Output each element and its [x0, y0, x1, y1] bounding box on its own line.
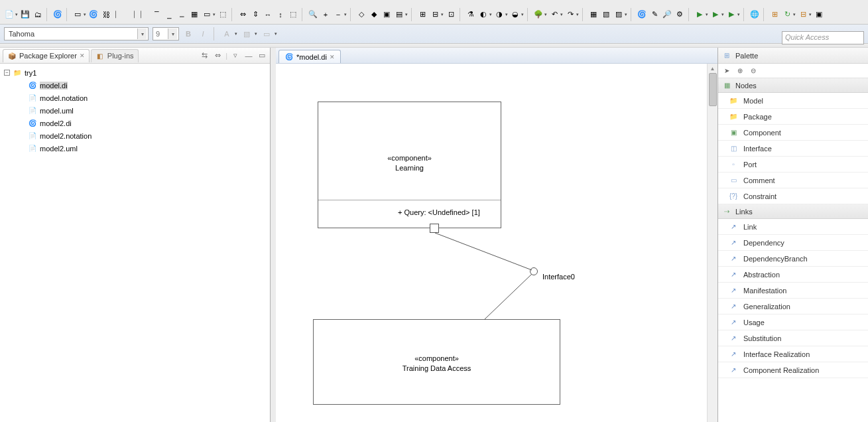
- component-learning[interactable]: «component» Learning + Query: <Undefined…: [318, 102, 501, 228]
- tree-root[interactable]: − 📁 try1: [4, 66, 266, 79]
- palette-node-item[interactable]: ▫Port: [718, 157, 868, 173]
- back-icon[interactable]: ↶: [549, 9, 560, 20]
- align-center-icon[interactable]: ⎹: [126, 9, 137, 20]
- papyrus3-icon[interactable]: 🌀: [637, 9, 647, 20]
- globe-icon[interactable]: 🌐: [749, 9, 760, 20]
- palette-link-item[interactable]: ↗DependencyBranch: [718, 251, 868, 267]
- zoom-in-icon[interactable]: +: [320, 9, 331, 20]
- palette-link-item[interactable]: ↗Usage: [718, 315, 868, 330]
- new-class-icon[interactable]: ⊞: [769, 9, 780, 20]
- blocks-icon[interactable]: ▦: [588, 9, 599, 20]
- gear-icon[interactable]: ⚙: [674, 9, 685, 20]
- tree-file[interactable]: 📄model2.notation: [4, 129, 266, 142]
- save-icon[interactable]: 💾: [20, 9, 31, 20]
- same-w-icon[interactable]: ↔: [263, 9, 273, 20]
- zoom-out-icon[interactable]: ⊖: [749, 66, 758, 76]
- editor-tab-model[interactable]: 🌀 *model.di ✕: [279, 50, 341, 63]
- palette-link-item[interactable]: ↗Generalization: [718, 299, 868, 315]
- palette-link-item[interactable]: ↗Manifestation: [718, 283, 868, 299]
- cursor-icon[interactable]: ➤: [722, 66, 731, 76]
- tree-file[interactable]: 📄model.uml: [4, 104, 266, 117]
- align-right-icon[interactable]: ⎸: [139, 9, 149, 20]
- align-mid-icon[interactable]: ⎯: [164, 9, 174, 20]
- dist-h-icon[interactable]: ⇔: [237, 9, 248, 20]
- zoom-in-icon[interactable]: ⊕: [735, 66, 745, 76]
- style2-icon[interactable]: ◑: [494, 9, 505, 20]
- new-icon[interactable]: 📄: [4, 9, 15, 20]
- layout-icon[interactable]: ⊞: [417, 9, 428, 20]
- blocks2-icon[interactable]: ▧: [601, 9, 611, 20]
- collapse-all-icon[interactable]: ⇆: [199, 50, 210, 61]
- layout2-icon[interactable]: ⊟: [430, 9, 440, 20]
- misc4-icon[interactable]: ▤: [394, 9, 404, 20]
- bold-icon[interactable]: B: [183, 29, 194, 39]
- vertical-scrollbar[interactable]: ▲: [707, 64, 717, 422]
- zoom-fit-icon[interactable]: 🔍: [308, 9, 318, 20]
- arrange-icon[interactable]: ⬚: [217, 9, 228, 20]
- align-left-icon[interactable]: ⎸: [113, 9, 124, 20]
- close-icon[interactable]: ✕: [330, 54, 335, 60]
- grid-icon[interactable]: ▦: [189, 9, 200, 20]
- run2-icon[interactable]: ▶: [726, 9, 737, 20]
- run-icon[interactable]: ▶: [694, 9, 705, 20]
- palette-node-item[interactable]: ▣Component: [718, 125, 868, 141]
- close-icon[interactable]: ✕: [80, 52, 85, 59]
- papyrus-icon[interactable]: 🌀: [52, 9, 63, 20]
- tree-icon[interactable]: 🌳: [533, 9, 544, 20]
- tree-file[interactable]: 📄model2.uml: [4, 142, 266, 155]
- palette-link-item[interactable]: ↗Substitution: [718, 330, 868, 346]
- palette-link-item[interactable]: ↗Interface Realization: [718, 346, 868, 362]
- tree-file[interactable]: 🌀model.di: [4, 79, 266, 92]
- view-menu-icon[interactable]: ▿: [230, 50, 241, 61]
- tab-package-explorer[interactable]: 📦 Package Explorer ✕: [3, 49, 90, 62]
- minimize-icon[interactable]: —: [243, 50, 254, 61]
- port-box[interactable]: [430, 224, 439, 233]
- same-size-icon[interactable]: ⬚: [288, 9, 298, 20]
- link-icon[interactable]: ⛓: [101, 9, 111, 20]
- diagram-canvas[interactable]: «component» Learning + Query: <Undefined…: [276, 64, 717, 422]
- maximize-icon[interactable]: ▭: [257, 50, 267, 61]
- quick-access-input[interactable]: Quick Access: [782, 31, 864, 44]
- new-comp-icon[interactable]: ⊟: [798, 9, 808, 20]
- window-icon[interactable]: ▭: [72, 9, 83, 20]
- wand-icon[interactable]: ✎: [649, 9, 660, 20]
- palette-link-item[interactable]: ↗Component Realization: [718, 362, 868, 378]
- filter-icon[interactable]: ⚗: [465, 9, 476, 20]
- blocks3-icon[interactable]: ▨: [613, 9, 624, 20]
- zoom-out-icon[interactable]: −: [333, 9, 343, 20]
- misc3-icon[interactable]: ▣: [381, 9, 392, 20]
- fwd-icon[interactable]: ↷: [565, 9, 576, 20]
- palette-node-item[interactable]: ▭Comment: [718, 173, 868, 188]
- fill-color-icon[interactable]: ▧: [241, 29, 252, 39]
- same-h-icon[interactable]: ↕: [275, 9, 286, 20]
- palette-node-item[interactable]: {?}Constraint: [718, 188, 868, 204]
- line-color-icon[interactable]: ▭: [261, 29, 272, 39]
- palette-node-item[interactable]: ◫Interface: [718, 141, 868, 157]
- misc1-icon[interactable]: ◇: [356, 9, 367, 20]
- tab-plugins[interactable]: ◧ Plug-ins: [91, 49, 139, 62]
- font-family-select[interactable]: Tahoma ▾: [4, 27, 149, 40]
- palette-drawer-links[interactable]: ⇢ Links: [718, 204, 868, 219]
- palette-link-item[interactable]: ↗Dependency: [718, 235, 868, 251]
- palette-link-item[interactable]: ↗Link: [718, 219, 868, 235]
- font-size-select[interactable]: 9 ▾: [153, 27, 179, 40]
- palette-link-item[interactable]: ↗Abstraction: [718, 267, 868, 283]
- search-icon[interactable]: 🔎: [662, 9, 672, 20]
- component-training-data-access[interactable]: «component» Training Data Access: [313, 319, 560, 405]
- palette-node-item[interactable]: 📁Model: [718, 93, 868, 109]
- style1-icon[interactable]: ◐: [478, 9, 489, 20]
- tree-file[interactable]: 🌀model2.di: [4, 117, 266, 129]
- style3-icon[interactable]: ◒: [510, 9, 521, 20]
- new-pkg-icon[interactable]: ↻: [782, 9, 792, 20]
- debug-icon[interactable]: ▶: [710, 9, 721, 20]
- misc2-icon[interactable]: ◆: [369, 9, 379, 20]
- link-editor-icon[interactable]: ⇔: [212, 50, 223, 61]
- layout3-icon[interactable]: ⊡: [446, 9, 456, 20]
- tree-file[interactable]: 📄model.notation: [4, 92, 266, 104]
- scroll-thumb[interactable]: [709, 73, 717, 106]
- palette-drawer-nodes[interactable]: ▦ Nodes: [718, 78, 868, 93]
- align-top-icon[interactable]: ⎺: [151, 9, 162, 20]
- new-node-icon[interactable]: ▣: [814, 9, 824, 20]
- select-icon[interactable]: ▭: [202, 9, 212, 20]
- collapse-icon[interactable]: −: [4, 70, 10, 76]
